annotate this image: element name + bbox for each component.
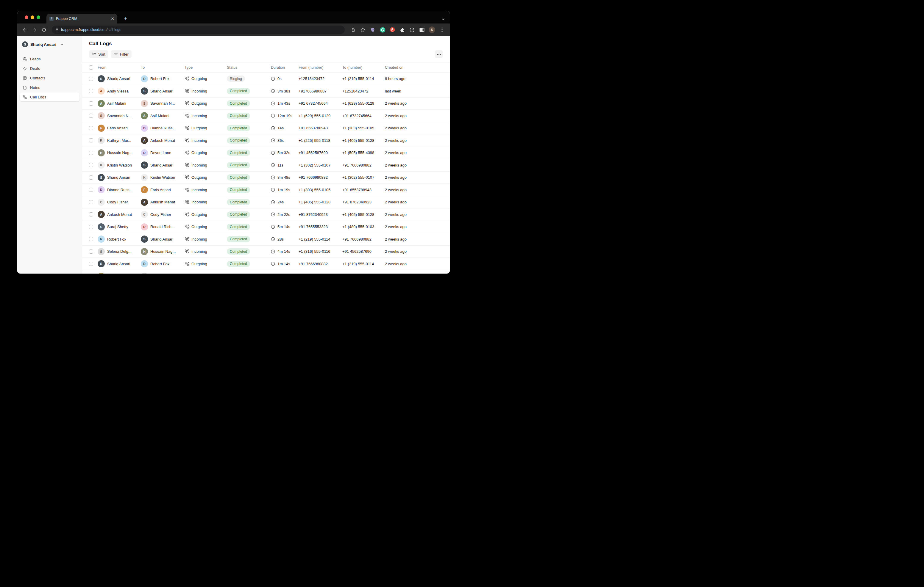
to-avatar: H <box>141 248 148 255</box>
status-cell: Completed <box>227 224 271 230</box>
column-header[interactable]: To (number) <box>342 66 385 69</box>
tab-close-icon[interactable]: ✕ <box>111 16 114 21</box>
outgoing-call-icon <box>185 101 189 105</box>
sidebar-item-contacts[interactable]: Contacts <box>20 74 79 82</box>
row-checkbox[interactable] <box>89 151 93 155</box>
from-number-cell: +1 (316) 555-0116 <box>299 249 342 254</box>
sidebar-item-call-logs[interactable]: Call Logs <box>20 92 79 101</box>
table-row[interactable]: AAndy ViessaSShariq AnsariIncomingComple… <box>82 85 450 97</box>
filter-button[interactable]: Filter <box>111 50 132 58</box>
created-on-cell: 2 weeks ago <box>385 262 443 266</box>
column-header[interactable]: Status <box>227 66 271 69</box>
table-row[interactable]: SShariq AnsariRRobert FoxOutgoingComplet… <box>82 258 450 270</box>
row-checkbox[interactable] <box>89 250 93 254</box>
table-row[interactable]: AAnkush MenatCCody FisherOutgoingComplet… <box>82 209 450 221</box>
extensions-puzzle-icon[interactable] <box>399 27 405 33</box>
table-row-partial[interactable] <box>82 270 450 274</box>
browser-profile-avatar[interactable]: S <box>429 26 435 33</box>
user-menu[interactable]: S Shariq Ansari <box>20 39 79 49</box>
row-checkbox[interactable] <box>89 262 93 266</box>
row-checkbox[interactable] <box>89 89 93 93</box>
adblock-extension-icon[interactable] <box>389 27 395 33</box>
from-number-cell: +1 (219) 555-0114 <box>299 237 342 242</box>
from-avatar: F <box>97 125 105 132</box>
table-row[interactable]: RRobert FoxSShariq AnsariIncomingComplet… <box>82 233 450 246</box>
column-header[interactable]: Created on <box>385 66 443 69</box>
column-header[interactable]: Duration <box>271 66 299 69</box>
table-row[interactable]: FFaris AnsariDDianne Russ...OutgoingComp… <box>82 122 450 135</box>
notes-icon <box>23 86 27 90</box>
incoming-call-icon <box>185 89 189 94</box>
new-tab-button[interactable]: + <box>122 15 129 22</box>
from-avatar: S <box>97 112 105 119</box>
browser-tab[interactable]: F Frappe CRM ✕ <box>46 14 117 23</box>
table-row[interactable]: CCody FisherAAnkush MenatIncomingComplet… <box>82 196 450 209</box>
grammarly-extension-icon[interactable] <box>380 27 386 33</box>
share-icon[interactable] <box>350 27 356 33</box>
table-row[interactable]: SSelena Delg...HHussain Nag...IncomingCo… <box>82 246 450 258</box>
incoming-call-icon <box>185 249 189 254</box>
row-checkbox[interactable] <box>89 163 93 167</box>
table-row[interactable]: KKristin WatsonSShariq AnsariIncomingCom… <box>82 159 450 172</box>
row-checkbox[interactable] <box>89 113 93 118</box>
side-panel-icon[interactable] <box>419 27 425 33</box>
table-row[interactable]: AAsif MulaniSSavannah N...OutgoingComple… <box>82 97 450 110</box>
sidebar-item-deals[interactable]: Deals <box>20 64 79 73</box>
select-all-checkbox[interactable] <box>89 66 93 69</box>
table-row[interactable]: HHussain Nag...DDevon LaneOutgoingComple… <box>82 147 450 159</box>
forward-icon[interactable] <box>30 26 38 34</box>
url-bar[interactable]: frappecrm.frappe.cloud/crm/call-logs <box>52 26 345 34</box>
sort-icon <box>92 52 96 56</box>
type-cell: Incoming <box>185 89 227 94</box>
to-number-cell: +1 (405) 555-0128 <box>342 212 385 217</box>
status-badge: Ringing <box>227 76 245 82</box>
row-checkbox[interactable] <box>89 200 93 204</box>
table-row[interactable]: SSavannah N...AAsif MulaniIncomingComple… <box>82 110 450 122</box>
browser-menu-kebab-icon[interactable] <box>439 27 445 33</box>
reload-icon[interactable] <box>40 26 48 34</box>
row-checkbox[interactable] <box>89 126 93 130</box>
row-checkbox[interactable] <box>89 237 93 241</box>
row-checkbox[interactable] <box>89 138 93 143</box>
row-checkbox[interactable] <box>89 101 93 105</box>
row-checkbox[interactable] <box>89 176 93 179</box>
table-row[interactable]: SShariq AnsariRRobert FoxOutgoingRinging… <box>82 73 450 86</box>
energy-saver-icon[interactable] <box>409 27 415 33</box>
outgoing-call-icon <box>185 150 189 155</box>
maximize-window-button[interactable] <box>36 15 40 19</box>
clock-icon <box>271 200 275 204</box>
table-row[interactable]: SShariq AnsariKKristin WatsonOutgoingCom… <box>82 172 450 184</box>
column-header[interactable]: Type <box>185 66 227 69</box>
list-options-button[interactable] <box>435 50 443 58</box>
minimize-window-button[interactable] <box>31 15 34 19</box>
duration-cell: 5m 14s <box>271 225 299 229</box>
row-checkbox[interactable] <box>89 225 93 229</box>
column-header[interactable]: From <box>97 66 141 69</box>
row-checkbox[interactable] <box>89 212 93 217</box>
to-number-cell: +1 (219) 555-0114 <box>342 262 385 266</box>
created-on-cell: 2 weeks ago <box>385 101 443 105</box>
outgoing-call-icon <box>185 225 189 229</box>
row-checkbox[interactable] <box>89 77 93 81</box>
table-row[interactable]: SSuraj ShettyRRonald Rich...OutgoingComp… <box>82 221 450 233</box>
bookmark-star-icon[interactable] <box>360 27 366 33</box>
to-number-cell: +91 4562587690 <box>342 249 385 254</box>
table-row[interactable]: KKathryn Mur...AAnkush MenatIncomingComp… <box>82 135 450 147</box>
sidebar-item-notes[interactable]: Notes <box>20 83 79 92</box>
back-icon[interactable] <box>21 26 28 34</box>
from-cell: RRobert Fox <box>97 235 141 243</box>
from-cell: AAnkush Menat <box>97 211 141 218</box>
column-header[interactable]: From (number) <box>299 66 342 69</box>
sort-button[interactable]: Sort <box>89 50 108 58</box>
row-checkbox[interactable] <box>89 187 93 192</box>
tab-search-chevron-icon[interactable] <box>441 17 445 21</box>
status-cell: Completed <box>227 137 271 144</box>
close-window-button[interactable] <box>25 15 28 19</box>
from-avatar: A <box>97 100 105 107</box>
from-number-cell: +91 7655553323 <box>299 225 342 229</box>
sidebar-item-leads[interactable]: Leads <box>20 54 79 63</box>
column-header[interactable]: To <box>141 66 185 69</box>
table-row[interactable]: DDianne Russ...FFaris AnsariIncomingComp… <box>82 184 450 196</box>
github-extension-icon[interactable] <box>370 27 376 33</box>
clock-icon <box>271 126 275 130</box>
